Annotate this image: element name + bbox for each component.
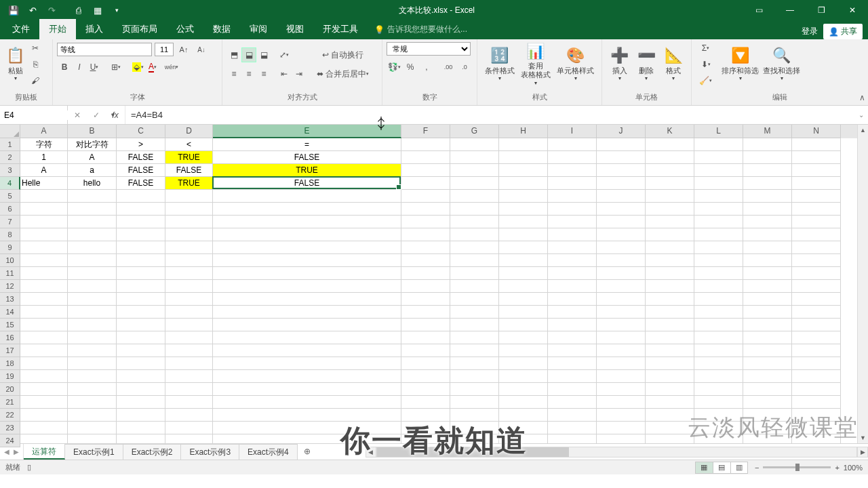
cell[interactable] <box>597 370 646 383</box>
cell[interactable] <box>743 409 792 422</box>
cell[interactable] <box>401 190 450 203</box>
scroll-up-icon[interactable]: ▲ <box>858 125 868 136</box>
cell[interactable] <box>213 383 401 396</box>
cell[interactable] <box>646 396 694 409</box>
cell[interactable] <box>694 138 743 151</box>
cell[interactable] <box>213 216 401 228</box>
cell[interactable] <box>646 357 694 370</box>
tell-me-search[interactable]: 💡告诉我您想要做什么... <box>368 20 474 39</box>
cell[interactable]: = <box>213 138 401 151</box>
cell[interactable] <box>20 434 68 443</box>
cell[interactable] <box>213 344 401 357</box>
cell[interactable] <box>401 151 450 164</box>
cell[interactable] <box>743 293 792 306</box>
cell[interactable] <box>20 344 68 357</box>
cell[interactable] <box>499 203 548 216</box>
cell[interactable] <box>450 422 499 434</box>
row-header[interactable]: 17 <box>0 344 20 357</box>
cell[interactable] <box>68 409 117 422</box>
cell[interactable]: FALSE <box>213 177 401 190</box>
clear-icon[interactable]: 🧹▾ <box>696 73 715 88</box>
align-left-icon[interactable]: ≡ <box>226 66 241 81</box>
cell[interactable] <box>743 164 792 177</box>
expand-formula-bar-icon[interactable]: ⌄ <box>854 106 868 124</box>
italic-button[interactable]: I <box>72 60 87 75</box>
cell[interactable] <box>213 331 401 344</box>
sort-filter-button[interactable]: 🔽排序和筛选▾ <box>719 47 761 81</box>
add-sheet-button[interactable]: ⊕ <box>298 444 317 460</box>
cell[interactable] <box>548 241 597 254</box>
horizontal-scrollbar[interactable]: ⋮ ◀ ▶ <box>344 444 868 460</box>
cell[interactable] <box>548 203 597 216</box>
cell[interactable] <box>401 331 450 344</box>
cell-styles-button[interactable]: 🎨单元格样式▾ <box>555 47 596 81</box>
insert-cells-button[interactable]: ➕插入▾ <box>608 47 631 81</box>
ribbon-display-icon[interactable]: ▭ <box>743 0 774 20</box>
cell[interactable] <box>401 241 450 254</box>
cell[interactable] <box>117 280 165 293</box>
font-size-input[interactable] <box>155 43 174 56</box>
cell[interactable] <box>694 177 743 190</box>
cell[interactable] <box>743 344 792 357</box>
row-header[interactable]: 5 <box>0 190 20 203</box>
cell[interactable] <box>792 190 841 203</box>
cell[interactable] <box>20 319 68 331</box>
insert-function-icon[interactable]: fx <box>106 110 125 120</box>
row-header[interactable]: 11 <box>0 267 20 280</box>
cell[interactable] <box>68 306 117 319</box>
row-header[interactable]: 7 <box>0 216 20 228</box>
cell[interactable] <box>597 383 646 396</box>
cell[interactable] <box>743 228 792 241</box>
cell[interactable] <box>597 241 646 254</box>
cell[interactable] <box>499 177 548 190</box>
cell[interactable] <box>548 138 597 151</box>
cell[interactable] <box>548 190 597 203</box>
cell[interactable] <box>117 422 165 434</box>
cell[interactable] <box>68 267 117 280</box>
cell[interactable] <box>743 151 792 164</box>
cell[interactable] <box>450 254 499 267</box>
cut-icon[interactable]: ✂ <box>28 41 43 56</box>
column-header[interactable]: E <box>213 125 401 138</box>
select-all-corner[interactable] <box>0 125 20 138</box>
cell[interactable] <box>450 357 499 370</box>
cell[interactable] <box>165 216 213 228</box>
cell[interactable] <box>597 357 646 370</box>
row-header[interactable]: 16 <box>0 331 20 344</box>
cell[interactable] <box>694 306 743 319</box>
cell[interactable] <box>499 422 548 434</box>
cell[interactable] <box>792 370 841 383</box>
cell[interactable] <box>646 267 694 280</box>
decrease-decimal-icon[interactable]: .0 <box>457 60 472 75</box>
cell[interactable] <box>646 370 694 383</box>
cell[interactable] <box>499 396 548 409</box>
cell[interactable] <box>450 293 499 306</box>
cell[interactable] <box>401 396 450 409</box>
cell[interactable] <box>792 216 841 228</box>
cell[interactable] <box>450 164 499 177</box>
cell[interactable] <box>450 344 499 357</box>
cell[interactable] <box>548 228 597 241</box>
cell[interactable] <box>117 203 165 216</box>
column-header[interactable]: B <box>68 125 117 138</box>
cell[interactable] <box>68 370 117 383</box>
cell[interactable] <box>117 216 165 228</box>
cell[interactable] <box>499 370 548 383</box>
cell[interactable] <box>68 216 117 228</box>
cell[interactable] <box>792 331 841 344</box>
decrease-font-icon[interactable]: A↓ <box>194 42 209 57</box>
cell[interactable] <box>68 434 117 443</box>
cell[interactable] <box>117 306 165 319</box>
cell[interactable] <box>499 241 548 254</box>
cell[interactable] <box>117 241 165 254</box>
cell[interactable] <box>548 396 597 409</box>
cell[interactable] <box>165 422 213 434</box>
cell[interactable] <box>213 190 401 203</box>
cell[interactable] <box>165 241 213 254</box>
cell[interactable] <box>450 267 499 280</box>
cell[interactable] <box>450 216 499 228</box>
conditional-format-button[interactable]: 🔢条件格式▾ <box>483 47 517 81</box>
tab-formulas[interactable]: 公式 <box>167 19 203 39</box>
cell[interactable] <box>792 280 841 293</box>
cell[interactable] <box>499 319 548 331</box>
